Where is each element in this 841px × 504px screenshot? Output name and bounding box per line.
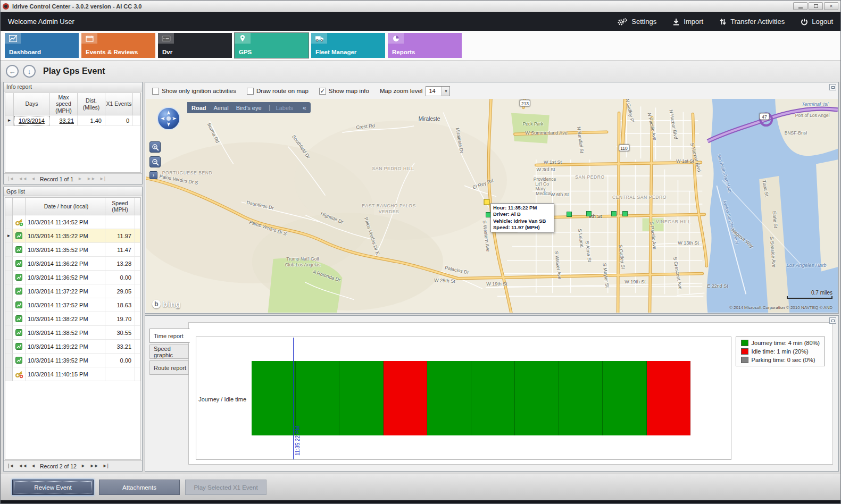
info-report-panel: Info report Days Max speed (MPH) Dist. (… [3,82,143,184]
review-event-button[interactable]: Review Event [12,480,94,495]
gps-marker-green[interactable] [586,211,592,216]
nav-tab-events-reviews[interactable]: Events & Reviews [81,33,155,58]
gps-date-cell[interactable]: 10/3/2014 11:35:22 PM [26,229,105,243]
pager-next-button[interactable]: ► [81,464,86,468]
map-style-collapse-button[interactable]: « [301,104,306,112]
nav-tab-reports[interactable]: Reports [388,33,462,58]
gps-date-cell[interactable]: 10/3/2014 11:37:52 PM [26,298,105,312]
gps-date-cell[interactable]: 10/3/2014 11:38:22 PM [26,312,105,326]
nav-tab-gps[interactable]: GPS [235,33,309,58]
compass-control[interactable] [156,106,181,133]
zoom-out-button[interactable] [149,156,161,167]
collapse-map-panel-button[interactable] [829,84,836,90]
gps-list-row[interactable]: 10/3/2014 11:39:52 PM0.00 [5,354,140,367]
tab-route-report[interactable]: Route report [149,360,189,375]
gps-list-row[interactable]: 10/3/2014 11:37:52 PM18.63 [5,298,140,312]
gps-marker-green[interactable] [611,211,617,216]
gps-marker-green[interactable] [567,212,572,217]
expand-button[interactable]: ↓ [23,65,36,78]
gps-date-cell[interactable]: 10/3/2014 11:36:52 PM [26,271,105,284]
truck-icon [311,33,327,44]
column-header-max-speed[interactable]: Max speed (MPH) [50,93,78,115]
column-header-date[interactable]: Date / hour (local) [26,198,105,215]
tab-speed-graphic[interactable]: Speed graphic [149,345,189,359]
tooltip-vehicle: Vehicle: idrive Van SB [493,218,552,224]
nav-tab-dashboard[interactable]: Dashboard [5,33,79,58]
attachments-button[interactable]: Attachments [99,480,180,495]
pager-last-button[interactable]: ►| [103,464,109,468]
zoom-in-button[interactable] [149,141,161,153]
transfer-activities-button[interactable]: Transfer Activities [719,18,785,26]
filler-cell [133,115,140,126]
column-header-x1-events[interactable]: X1 Events [105,93,133,115]
map-style-bird-s-eye[interactable]: Bird's eye [236,105,262,111]
column-header-days[interactable]: Days [14,93,50,115]
gps-date-cell[interactable]: 10/3/2014 11:40:15 PM [26,367,105,381]
gps-list-row[interactable]: 10/3/2014 11:39:22 PM33.21 [5,340,140,354]
back-button[interactable]: ← [6,65,19,78]
gps-list-row[interactable]: 10/3/2014 11:40:15 PM [5,367,140,381]
close-button[interactable]: × [824,2,838,10]
map-canvas[interactable]: MiralesteMiraleste DrCrest RdBurma RdSou… [146,99,838,313]
gps-list-row[interactable]: 10/3/2014 11:38:52 PM30.55 [5,326,140,340]
column-header-speed[interactable]: Speed (MPH) [105,198,135,215]
gps-list-row[interactable]: 10/3/2014 11:36:22 PM13.28 [5,257,140,271]
pager-last-button[interactable]: ►| [99,177,105,181]
column-header-dist[interactable]: Dist. (Miles) [78,93,105,115]
nav-tab-fleet-manager[interactable]: Fleet Manager [311,33,385,58]
map-style-labels: Labels [269,105,293,111]
map-scale-bar [787,296,832,299]
settings-button[interactable]: Settings [617,18,656,26]
pager-next-page-button[interactable]: ►► [87,177,95,181]
tab-time-report[interactable]: Time report [149,329,190,343]
pager-prev-page-button[interactable]: ◄◄ [18,464,27,468]
nav-tab-dvr[interactable]: Dvr [158,33,232,58]
map-style-road[interactable]: Road [191,105,206,111]
time-marker-line[interactable] [293,338,294,459]
gps-list-row[interactable]: 10/3/2014 11:36:52 PM0.00 [5,271,140,284]
gps-date-cell[interactable]: 10/3/2014 11:34:52 PM [26,215,105,229]
gps-speed-cell: 11.97 [105,229,135,243]
gps-list-row[interactable]: ►10/3/2014 11:35:22 PM11.97 [5,229,140,243]
gps-marker-green[interactable] [622,211,628,216]
gps-date-cell[interactable]: 10/3/2014 11:36:22 PM [26,257,105,271]
maximize-icon [814,4,818,8]
tooltip-speed: Speed: 11.97 (MPH) [493,224,552,231]
minimize-button[interactable] [793,2,807,10]
pager-next-page-button[interactable]: ►► [90,464,98,468]
gps-point-icon [13,229,26,243]
pager-prev-button[interactable]: ◄ [31,464,36,468]
app-header: Welcome Admin User SettingsImportTransfe… [1,12,840,31]
gps-list-row[interactable]: 10/3/2014 11:35:52 PM11.47 [5,243,140,257]
gps-date-cell[interactable]: 10/3/2014 11:35:52 PM [26,243,105,257]
gps-date-cell[interactable]: 10/3/2014 11:38:52 PM [26,326,105,340]
maximize-button[interactable] [809,2,823,10]
logout-button[interactable]: Logout [801,18,833,26]
collapse-chart-panel-button[interactable] [829,317,836,324]
gps-list-row[interactable]: 10/3/2014 11:37:22 PM29.05 [5,284,140,298]
window-bottom-frame [1,500,840,504]
column-header [135,198,140,215]
gps-marker-yellow[interactable] [484,199,490,205]
gps-date-cell[interactable]: 10/3/2014 11:39:52 PM [26,354,105,367]
pager-first-button[interactable]: |◄ [8,177,14,181]
checkbox-show-map-info[interactable]: ✓Show map info [319,88,369,95]
checkbox-draw-route-on-map[interactable]: Draw route on map [247,88,309,95]
gps-date-cell[interactable]: 10/3/2014 11:39:22 PM [26,340,105,354]
import-button[interactable]: Import [672,18,703,26]
pager-first-button[interactable]: |◄ [8,464,14,468]
pager-prev-page-button[interactable]: ◄◄ [18,177,27,181]
map-style-aerial[interactable]: Aerial [214,105,229,111]
gps-list-row[interactable]: 10/3/2014 11:34:52 PM [5,215,140,229]
pager-next-button[interactable]: ► [78,177,82,181]
map-expander-button[interactable]: › [149,171,157,179]
gps-date-cell[interactable]: 10/3/2014 11:37:22 PM [26,284,105,298]
checkbox-show-only-ignition-activities[interactable]: Show only ignition activities [152,88,236,95]
gps-list-row[interactable]: 10/3/2014 11:38:22 PM19.70 [5,312,140,326]
info-report-panel-title: Info report [4,82,142,91]
pager-prev-button[interactable]: ◄ [31,177,36,181]
days-cell[interactable]: 10/3/2014 [14,115,50,126]
info-report-row[interactable]: ► 10/3/2014 33.21 1.40 0 [5,115,140,126]
max-speed-cell[interactable]: 33.21 [50,115,78,126]
map-zoom-select[interactable]: 14 ▼ [426,86,450,96]
